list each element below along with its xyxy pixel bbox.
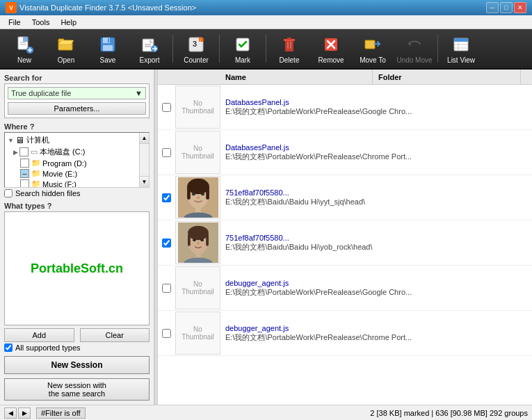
thumbnail-1: No Thumbnail — [175, 86, 220, 129]
tree-scroll-up[interactable]: ▲ — [140, 133, 149, 144]
menu-help[interactable]: Help — [55, 17, 82, 28]
toolbar-new-label: New — [17, 56, 31, 64]
undomove-icon — [404, 34, 425, 55]
toolbar-mark-button[interactable]: Mark — [223, 31, 263, 66]
file-name-5: debugger_agent.js — [225, 279, 528, 287]
svg-rect-30 — [365, 40, 375, 49]
search-hidden-row: Search hidden files — [4, 189, 150, 197]
svg-text:3: 3 — [193, 40, 197, 48]
nav-back-button[interactable]: ◀ — [4, 407, 17, 419]
maximize-button[interactable]: □ — [500, 2, 513, 13]
tree-scroll-down[interactable]: ▼ — [140, 176, 149, 187]
toolbar-undomove-button[interactable]: Undo Move — [394, 31, 435, 66]
row-checkbox-4[interactable] — [162, 239, 171, 248]
no-thumbnail-label: No Thumbnail — [182, 99, 214, 115]
table-row: No Thumbnail debugger_agent.js E:\我的文档\P… — [158, 311, 532, 356]
row-checkbox-2[interactable] — [162, 148, 171, 157]
row-check-6[interactable] — [158, 329, 175, 338]
toolbar-delete-button[interactable]: Delete — [269, 31, 309, 66]
window-title: Vistanita Duplicate Finder 3.7.5 <Unsave… — [19, 3, 196, 12]
tree-check-f[interactable] — [20, 179, 29, 187]
toolbar-moveto-button[interactable]: Move To — [353, 31, 393, 66]
file-info-2: DatabasesPanel.js E:\我的文档\PortableWork\P… — [221, 142, 532, 163]
row-checkbox-5[interactable] — [162, 284, 171, 293]
toolbar-save-button[interactable]: Save — [88, 31, 128, 66]
hdd-icon: ▭ — [31, 147, 38, 156]
results-panel: Name Folder No Thumbnail — [158, 70, 532, 405]
expand-icon: ▶ — [13, 149, 18, 156]
tree-item-d[interactable]: 📁 Program (D:) — [6, 158, 138, 168]
minimize-button[interactable]: ─ — [486, 2, 499, 13]
toolbar-export-button[interactable]: Export — [129, 31, 170, 66]
search-type-dropdown[interactable]: True duplicate file ▼ — [8, 87, 146, 99]
toolbar-new-button[interactable]: New — [4, 31, 45, 66]
file-name-4: 751ef8af70f5580... — [225, 234, 528, 242]
window-controls: ─ □ ✕ — [486, 2, 526, 13]
toolbar-separator-1 — [172, 35, 173, 63]
tree-item-computer[interactable]: ▼ 🖥 计算机 — [6, 134, 138, 146]
menu-file[interactable]: File — [3, 17, 26, 28]
add-type-button[interactable]: Add — [4, 328, 74, 342]
what-types-title: What types ? — [4, 202, 150, 210]
parameters-button[interactable]: Parameters... — [8, 102, 146, 115]
new-session-button[interactable]: New Session — [4, 356, 150, 374]
file-name-6: debugger_agent.js — [225, 324, 528, 332]
expand-icon: ▼ — [8, 137, 14, 144]
row-checkbox-3[interactable] — [162, 193, 171, 202]
row-check-5[interactable] — [158, 284, 175, 293]
search-type-value: True duplicate file — [11, 89, 71, 97]
row-check-4[interactable] — [158, 239, 175, 248]
dropdown-arrow-icon: ▼ — [135, 89, 143, 97]
tree-item-c[interactable]: ▶ ▭ 本地磁盘 (C:) — [6, 146, 138, 158]
new-session-search-button[interactable]: New session withthe same search — [4, 378, 150, 401]
thumbnail-5: No Thumbnail — [175, 266, 220, 309]
tree-check-e[interactable]: ─ — [20, 169, 29, 178]
tree-item-f[interactable]: 📁 Music (F:) — [6, 179, 138, 187]
tree-item-e[interactable]: ─ 📁 Movie (E:) — [6, 168, 138, 179]
results-header: Name Folder — [158, 70, 532, 85]
svg-rect-24 — [287, 38, 291, 40]
svg-rect-49 — [188, 234, 191, 246]
row-check-2[interactable] — [158, 148, 175, 157]
tree-check-c[interactable] — [19, 147, 29, 156]
left-panel: Search for True duplicate file ▼ Paramet… — [0, 70, 154, 405]
toolbar-open-button[interactable]: Open — [46, 31, 86, 66]
close-button[interactable]: ✕ — [514, 2, 526, 13]
folder-icon-e: 📁 — [31, 169, 41, 178]
table-row: 751ef8af70f5580... E:\我的文档\Baidu\Baidu H… — [158, 220, 532, 266]
row-checkbox-6[interactable] — [162, 329, 171, 338]
face-image-1 — [178, 177, 218, 218]
tree-check-d[interactable] — [20, 159, 29, 168]
svg-point-52 — [200, 239, 204, 241]
clear-types-button[interactable]: Clear — [80, 328, 150, 342]
tree-label-computer: 计算机 — [26, 135, 49, 145]
toolbar-remove-label: Remove — [318, 56, 344, 64]
col-header-folder[interactable]: Folder — [373, 70, 521, 84]
svg-point-53 — [197, 242, 199, 245]
location-tree[interactable]: ▼ 🖥 计算机 ▶ ▭ 本地磁盘 (C:) 📁 — [4, 132, 150, 188]
nav-forward-button[interactable]: ▶ — [18, 407, 31, 419]
row-check-1[interactable] — [158, 103, 175, 112]
row-checkbox-1[interactable] — [162, 103, 171, 112]
toolbar-listview-button[interactable]: List View — [441, 31, 481, 66]
all-types-checkbox[interactable] — [4, 344, 13, 352]
file-path-5: E:\我的文档\PortableWork\PreRealease\Google … — [225, 287, 528, 298]
toolbar-remove-button[interactable]: Remove — [311, 31, 351, 66]
tree-label-e: Movie (E:) — [42, 170, 77, 178]
toolbar-counter-button[interactable]: 3 ! Counter — [176, 31, 216, 66]
svg-point-48 — [188, 226, 209, 241]
toolbar-counter-label: Counter — [184, 56, 209, 64]
col-folder-label: Folder — [378, 73, 402, 81]
search-hidden-label: Search hidden files — [15, 189, 81, 197]
col-header-name[interactable]: Name — [220, 70, 373, 84]
search-hidden-checkbox[interactable] — [4, 189, 13, 197]
row-check-3[interactable] — [158, 193, 175, 202]
table-row: No Thumbnail debugger_agent.js E:\我的文档\P… — [158, 266, 532, 311]
delete-icon — [279, 34, 300, 55]
menu-tools[interactable]: Tools — [26, 17, 56, 28]
svg-point-51 — [193, 239, 196, 241]
file-path-4: E:\我的文档\Baidu\Baidu Hi\yob_rock\head\ — [225, 242, 528, 252]
file-info-6: debugger_agent.js E:\我的文档\PortableWork\P… — [221, 323, 532, 344]
thumbnail-6: No Thumbnail — [175, 312, 220, 355]
file-name-1: DatabasesPanel.js — [225, 98, 528, 106]
